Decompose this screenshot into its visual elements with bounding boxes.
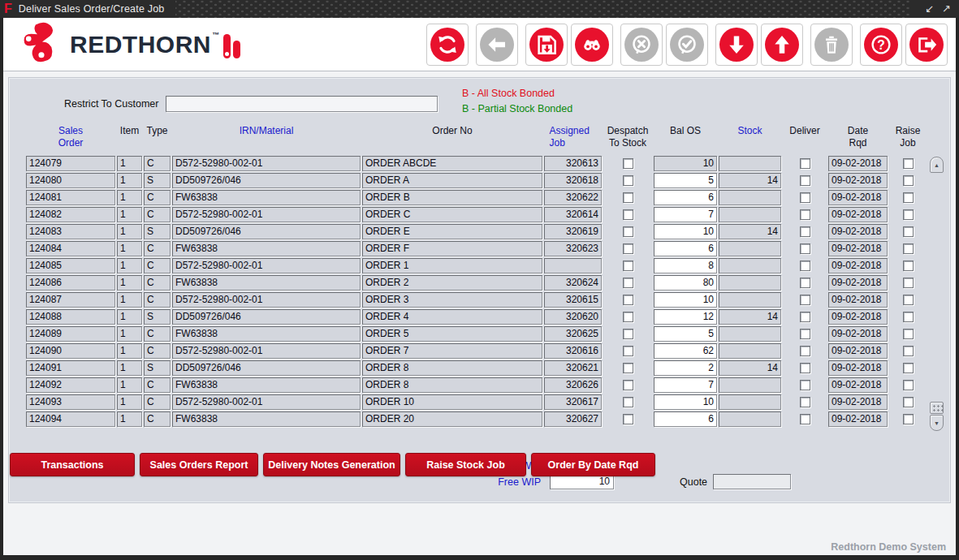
despatch-to-stock-checkbox[interactable] xyxy=(623,414,633,424)
bal-os-input[interactable]: 6 xyxy=(654,241,717,256)
stock-cell xyxy=(719,411,781,427)
raise-job-checkbox[interactable] xyxy=(903,192,914,203)
restore-icon[interactable]: ↙ xyxy=(925,1,934,17)
deliver-checkbox[interactable] xyxy=(800,278,810,288)
back-button[interactable] xyxy=(476,24,518,66)
deliver-checkbox[interactable] xyxy=(800,243,810,254)
raise-job-checkbox[interactable] xyxy=(903,329,914,339)
despatch-to-stock-checkbox[interactable] xyxy=(623,380,633,390)
bal-os-input[interactable]: 7 xyxy=(654,207,717,222)
deliver-checkbox[interactable] xyxy=(800,209,810,220)
deliver-checkbox[interactable] xyxy=(800,397,810,407)
cancel-button[interactable] xyxy=(620,24,663,66)
deliver-checkbox[interactable] xyxy=(800,295,810,305)
raise-job-checkbox[interactable] xyxy=(903,295,914,305)
deliver-checkbox[interactable] xyxy=(800,192,810,203)
deliver-checkbox[interactable] xyxy=(800,363,810,373)
help-button[interactable]: ? xyxy=(860,24,902,66)
deliver-checkbox[interactable] xyxy=(800,346,810,356)
bal-os-input[interactable]: 80 xyxy=(654,275,717,291)
move-up-button[interactable] xyxy=(761,24,803,66)
bal-os-input[interactable]: 7 xyxy=(654,377,717,393)
move-down-button[interactable] xyxy=(715,24,758,66)
sales-orders-report-button[interactable]: Sales Orders Report xyxy=(140,453,258,476)
item-cell: 1 xyxy=(117,207,142,222)
despatch-to-stock-checkbox[interactable] xyxy=(623,158,633,169)
back-arrow-icon xyxy=(480,28,514,62)
raise-job-checkbox[interactable] xyxy=(903,380,914,390)
date-rqd-cell: 09-02-2018 xyxy=(828,411,888,427)
type-cell: C xyxy=(144,241,171,256)
delete-button[interactable] xyxy=(810,24,853,66)
raise-job-checkbox[interactable] xyxy=(903,397,914,407)
raise-job-checkbox[interactable] xyxy=(903,175,914,186)
raise-job-checkbox[interactable] xyxy=(903,209,914,220)
raise-job-checkbox[interactable] xyxy=(903,261,914,271)
raise-job-checkbox[interactable] xyxy=(903,278,914,288)
item-cell: 1 xyxy=(117,309,142,325)
despatch-to-stock-checkbox[interactable] xyxy=(623,312,633,322)
bal-os-input[interactable]: 2 xyxy=(654,360,717,376)
raise-job-checkbox[interactable] xyxy=(903,363,914,373)
deliver-checkbox[interactable] xyxy=(800,312,810,322)
despatch-to-stock-checkbox[interactable] xyxy=(623,192,633,203)
despatch-to-stock-checkbox[interactable] xyxy=(623,295,633,305)
bal-os-input[interactable]: 8 xyxy=(654,258,717,274)
sales-order-cell: 124094 xyxy=(26,411,115,427)
down-arrow-icon xyxy=(719,28,754,62)
maximize-icon[interactable]: ↗ xyxy=(942,1,951,17)
despatch-to-stock-checkbox[interactable] xyxy=(623,329,633,339)
grid-rows: 124079 1 C D572-52980-002-01 ORDER ABCDE… xyxy=(26,156,944,427)
exit-button[interactable] xyxy=(905,24,948,66)
bal-os-input[interactable]: 5 xyxy=(654,326,717,342)
stock-cell xyxy=(719,190,781,205)
despatch-to-stock-checkbox[interactable] xyxy=(623,363,633,373)
irn-material-cell: FW63838 xyxy=(172,377,361,393)
despatch-to-stock-checkbox[interactable] xyxy=(623,346,633,356)
sales-order-cell: 124081 xyxy=(26,190,115,205)
raise-stock-job-button[interactable]: Raise Stock Job xyxy=(405,453,526,476)
order-by-date-rqd-button[interactable]: Order By Date Rqd xyxy=(531,453,655,476)
despatch-to-stock-checkbox[interactable] xyxy=(623,278,633,288)
bal-os-input[interactable]: 10 xyxy=(654,224,717,239)
deliver-checkbox[interactable] xyxy=(800,380,810,390)
confirm-button[interactable] xyxy=(666,24,708,66)
restrict-to-customer-input[interactable] xyxy=(166,96,438,112)
exit-icon xyxy=(909,28,944,62)
despatch-to-stock-checkbox[interactable] xyxy=(623,243,633,254)
bal-os-input[interactable]: 10 xyxy=(654,394,717,410)
save-button[interactable] xyxy=(525,24,568,66)
bal-os-input[interactable]: 62 xyxy=(654,343,717,359)
bal-os-input[interactable]: 5 xyxy=(654,173,717,188)
scroll-grip[interactable] xyxy=(930,402,944,414)
raise-job-checkbox[interactable] xyxy=(903,414,914,424)
transactions-button[interactable]: Transactions xyxy=(10,453,135,476)
scroll-down-button[interactable]: ▼ xyxy=(930,415,944,431)
despatch-to-stock-checkbox[interactable] xyxy=(623,397,633,407)
bal-os-input[interactable]: 6 xyxy=(654,190,717,205)
deliver-checkbox[interactable] xyxy=(800,261,810,271)
table-row: 124082 1 C D572-52980-002-01 ORDER C 320… xyxy=(26,207,944,222)
scroll-up-button[interactable]: ▲ xyxy=(930,157,944,173)
find-button[interactable] xyxy=(571,24,613,66)
bal-os-input[interactable]: 12 xyxy=(654,309,717,325)
raise-job-checkbox[interactable] xyxy=(903,312,914,322)
despatch-to-stock-checkbox[interactable] xyxy=(623,261,633,271)
raise-job-checkbox[interactable] xyxy=(903,346,914,356)
quote-input[interactable] xyxy=(713,474,791,489)
delivery-notes-generation-button[interactable]: Delivery Notes Generation xyxy=(263,453,400,476)
raise-job-checkbox[interactable] xyxy=(903,226,914,237)
bal-os-input[interactable]: 10 xyxy=(654,292,717,308)
deliver-checkbox[interactable] xyxy=(800,226,810,237)
deliver-checkbox[interactable] xyxy=(800,158,810,169)
deliver-checkbox[interactable] xyxy=(800,414,810,424)
raise-job-checkbox[interactable] xyxy=(903,158,914,169)
deliver-checkbox[interactable] xyxy=(800,175,810,186)
raise-job-checkbox[interactable] xyxy=(903,243,914,254)
despatch-to-stock-checkbox[interactable] xyxy=(623,175,633,186)
deliver-checkbox[interactable] xyxy=(800,329,810,339)
refresh-button[interactable] xyxy=(426,24,469,66)
despatch-to-stock-checkbox[interactable] xyxy=(623,226,633,237)
bal-os-input[interactable]: 6 xyxy=(654,411,717,427)
despatch-to-stock-checkbox[interactable] xyxy=(623,209,633,220)
